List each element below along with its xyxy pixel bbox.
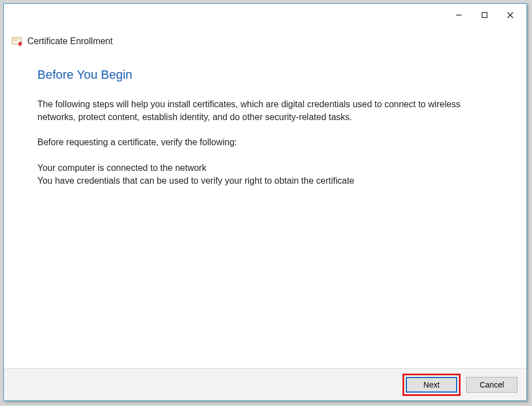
content-area: Before You Begin The following steps wil… xyxy=(4,46,526,368)
minimize-button[interactable] xyxy=(446,6,472,24)
verify-paragraph: Before requesting a certificate, verify … xyxy=(37,136,493,149)
body-text: The following steps will help you instal… xyxy=(37,98,493,187)
wizard-window: Certificate Enrollment Before You Begin … xyxy=(3,3,527,401)
requirement-line-1: Your computer is connected to the networ… xyxy=(37,161,493,174)
titlebar xyxy=(4,4,526,26)
maximize-icon xyxy=(481,12,488,18)
footer: Next Cancel xyxy=(4,368,526,400)
next-highlight: Next xyxy=(402,374,461,396)
svg-rect-1 xyxy=(482,13,487,18)
intro-paragraph: The following steps will help you instal… xyxy=(37,98,493,123)
close-button[interactable] xyxy=(497,6,523,24)
close-icon xyxy=(507,12,514,18)
page-heading: Before You Begin xyxy=(37,68,493,82)
minimize-icon xyxy=(456,12,462,18)
requirement-line-2: You have credentials that can be used to… xyxy=(37,174,493,187)
next-button[interactable]: Next xyxy=(406,377,457,393)
certificate-icon xyxy=(12,36,23,46)
maximize-button[interactable] xyxy=(472,6,497,24)
cancel-button[interactable]: Cancel xyxy=(466,377,517,393)
header-row: Certificate Enrollment xyxy=(4,26,526,46)
window-title: Certificate Enrollment xyxy=(27,36,113,46)
